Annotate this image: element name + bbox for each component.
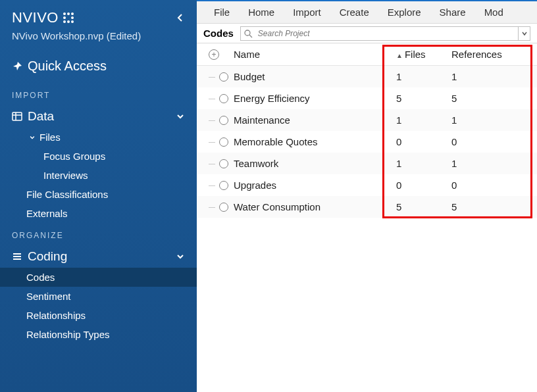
collapse-sidebar-icon[interactable]: [176, 13, 185, 22]
code-files-count: 1: [396, 114, 451, 126]
table-row[interactable]: —Energy Efficiency55: [197, 87, 537, 109]
svg-point-3: [63, 16, 66, 19]
nav-externals-label: Externals: [26, 208, 68, 219]
code-name: Upgrades: [231, 180, 396, 191]
code-files-count: 0: [396, 136, 451, 147]
svg-point-2: [71, 12, 74, 15]
tree-connector-icon: —: [209, 182, 215, 189]
nav-file-classifications[interactable]: File Classifications: [0, 185, 197, 204]
nav-relationship-types-label: Relationship Types: [26, 329, 109, 340]
col-name-header[interactable]: Name: [231, 49, 396, 60]
search-box[interactable]: [240, 26, 530, 41]
tab-more[interactable]: Mod: [484, 7, 503, 18]
search-dropdown-button[interactable]: [518, 27, 530, 40]
brand-text: NVIVO: [12, 9, 59, 26]
tab-file[interactable]: File: [214, 7, 230, 18]
nav-files[interactable]: Files: [0, 128, 197, 147]
code-files-count: 1: [396, 71, 451, 82]
brand-dots-icon: [63, 12, 74, 24]
nav-relationships[interactable]: Relationships: [0, 306, 197, 325]
code-refs-count: 5: [451, 93, 537, 104]
code-name: Teamwork: [231, 158, 396, 169]
quick-access-button[interactable]: Quick Access: [0, 52, 197, 83]
code-refs-count: 0: [451, 136, 537, 147]
svg-line-15: [249, 35, 252, 37]
svg-point-14: [245, 30, 250, 36]
nav-focus-groups-label: Focus Groups: [43, 151, 105, 162]
nav-codes-label: Codes: [26, 272, 55, 283]
codes-grid: + Name ▲Files References —Budget11—Energ…: [197, 43, 537, 392]
sort-asc-icon: ▲: [396, 52, 403, 59]
nav-codes[interactable]: Codes: [0, 268, 197, 287]
table-row[interactable]: —Memorable Quotes00: [197, 131, 537, 153]
data-icon: [12, 111, 22, 122]
nav-sentiment[interactable]: Sentiment: [0, 287, 197, 306]
project-name: NVivo Workshop.nvp (Edited): [0, 30, 197, 52]
tab-create[interactable]: Create: [340, 7, 369, 18]
code-files-count: 0: [396, 180, 451, 191]
col-files-label: Files: [405, 49, 426, 60]
svg-point-0: [63, 12, 66, 15]
code-files-count: 1: [396, 158, 451, 169]
nav-files-label: Files: [39, 132, 61, 143]
svg-point-6: [67, 20, 70, 23]
table-row[interactable]: —Maintenance11: [197, 109, 537, 131]
code-node-icon: [219, 72, 228, 82]
table-row[interactable]: —Upgrades00: [197, 174, 537, 196]
nav-interviews[interactable]: Interviews: [0, 166, 197, 185]
code-refs-count: 1: [451, 71, 537, 82]
coding-icon: [12, 251, 22, 262]
svg-rect-8: [13, 112, 22, 120]
nav-relationship-types[interactable]: Relationship Types: [0, 325, 197, 344]
ribbon-tabs: File Home Import Create Explore Share Mo…: [197, 1, 537, 24]
nav-coding[interactable]: Coding: [0, 245, 197, 268]
nav-data[interactable]: Data: [0, 105, 197, 128]
table-row[interactable]: —Teamwork11: [197, 153, 537, 174]
chevron-down-icon: [176, 252, 185, 261]
code-name: Memorable Quotes: [231, 136, 396, 147]
chevron-down-icon: [521, 30, 528, 37]
tab-home[interactable]: Home: [248, 7, 274, 18]
chevron-down-icon: [176, 112, 185, 121]
panel-title: Codes: [197, 28, 238, 39]
pin-icon: [12, 61, 22, 72]
svg-point-7: [71, 20, 74, 23]
nav-focus-groups[interactable]: Focus Groups: [0, 147, 197, 166]
add-code-button[interactable]: +: [209, 49, 219, 60]
table-row[interactable]: —Water Consumption55: [197, 196, 537, 218]
nav-coding-label: Coding: [28, 249, 67, 264]
sidebar: NVIVO NVivo Workshop.nvp (Edited) Quick …: [0, 0, 197, 392]
search-input[interactable]: [255, 29, 518, 38]
code-node-icon: [219, 137, 228, 147]
app-brand: NVIVO: [12, 9, 74, 26]
svg-point-1: [67, 12, 70, 15]
nav-file-classifications-label: File Classifications: [26, 189, 108, 200]
code-name: Energy Efficiency: [231, 93, 396, 104]
main-panel: File Home Import Create Explore Share Mo…: [197, 0, 537, 392]
tab-import[interactable]: Import: [293, 7, 321, 18]
col-name-label: Name: [234, 49, 260, 60]
nav-interviews-label: Interviews: [43, 170, 88, 181]
col-files-header[interactable]: ▲Files: [396, 49, 451, 60]
code-files-count: 5: [396, 93, 451, 104]
col-refs-header[interactable]: References: [451, 49, 537, 60]
grid-header: + Name ▲Files References: [197, 43, 537, 66]
nav-sentiment-label: Sentiment: [26, 291, 71, 302]
tree-connector-icon: —: [209, 73, 215, 80]
section-import-label: IMPORT: [0, 83, 197, 105]
code-node-icon: [219, 181, 228, 190]
tree-connector-icon: —: [209, 203, 215, 210]
code-name: Maintenance: [231, 114, 396, 126]
section-organize-label: ORGANIZE: [0, 223, 197, 245]
code-refs-count: 5: [451, 201, 537, 212]
nav-externals[interactable]: Externals: [0, 204, 197, 223]
code-node-icon: [219, 94, 228, 103]
svg-point-5: [63, 20, 66, 23]
nav-data-label: Data: [28, 109, 54, 124]
table-row[interactable]: —Budget11: [197, 66, 537, 87]
tab-share[interactable]: Share: [440, 7, 466, 18]
tab-explore[interactable]: Explore: [388, 7, 421, 18]
code-refs-count: 1: [451, 158, 537, 169]
code-node-icon: [219, 116, 228, 125]
quick-access-label: Quick Access: [28, 59, 107, 74]
